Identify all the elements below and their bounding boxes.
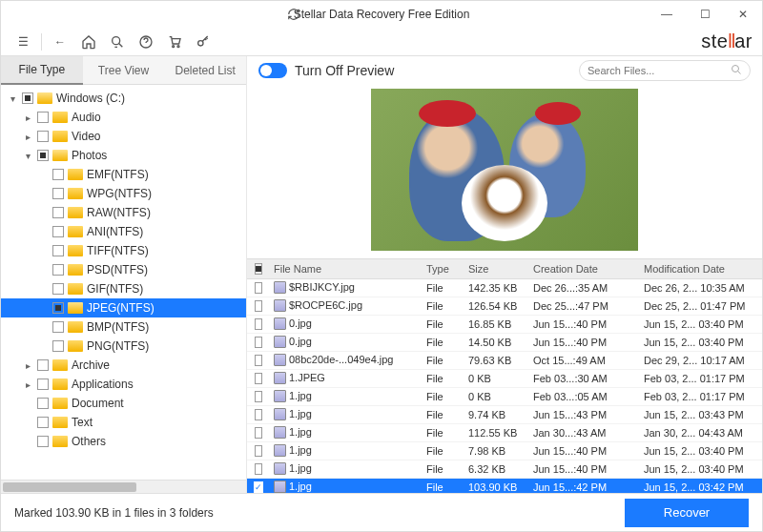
tree-item[interactable]: BMP(NTFS) xyxy=(1,317,246,337)
tree-item[interactable]: PSD(NTFS) xyxy=(1,260,246,279)
expander-icon[interactable]: ▾ xyxy=(7,93,18,104)
table-row[interactable]: 1.jpgFile103.90 KBJun 15...:42 PMJun 15,… xyxy=(247,479,762,493)
tab-deleted-list[interactable]: Deleted List xyxy=(164,56,246,85)
table-row[interactable]: 1.jpgFile0 KBFeb 03...:05 AMFeb 03, 2...… xyxy=(247,388,762,406)
tree-checkbox[interactable] xyxy=(52,264,64,276)
recover-button[interactable]: Recover xyxy=(625,499,749,527)
tree-checkbox[interactable] xyxy=(37,131,49,142)
tree-item[interactable]: ▾Photos xyxy=(1,146,246,165)
col-file-name[interactable]: File Name xyxy=(270,263,423,275)
home-icon[interactable] xyxy=(76,30,101,54)
table-row[interactable]: 08bc20de-...049e4.jpgFile79.63 KBOct 15.… xyxy=(247,352,762,370)
table-row[interactable]: 0.jpgFile14.50 KBJun 15...:40 PMJun 15, … xyxy=(247,334,762,352)
horizontal-scrollbar[interactable] xyxy=(1,480,246,493)
tree-item[interactable]: TIFF(NTFS) xyxy=(1,241,246,260)
tree-item[interactable]: PNG(NTFS) xyxy=(1,337,246,356)
col-modification-date[interactable]: Modification Date xyxy=(640,263,762,275)
row-checkbox[interactable] xyxy=(255,445,262,457)
cell-mdate: Jun 15, 2... 03:40 PM xyxy=(640,445,762,457)
tree-item[interactable]: ▸Archive xyxy=(1,356,246,375)
row-checkbox[interactable] xyxy=(255,373,262,384)
cell-type: File xyxy=(423,427,464,439)
row-checkbox[interactable] xyxy=(255,282,262,294)
table-row[interactable]: 1.jpgFile6.32 KBJun 15...:40 PMJun 15, 2… xyxy=(247,460,762,479)
tree-item[interactable]: Text xyxy=(1,413,246,432)
search-icon[interactable] xyxy=(731,64,742,77)
cart-icon[interactable] xyxy=(162,30,187,54)
tree-checkbox[interactable] xyxy=(52,226,64,237)
menu-icon[interactable]: ☰ xyxy=(10,30,35,54)
preview-toggle[interactable] xyxy=(258,63,287,78)
expander-icon[interactable]: ▸ xyxy=(22,113,33,123)
table-row[interactable]: 1.jpgFile112.55 KBJan 30...:43 AMJan 30,… xyxy=(247,424,762,442)
expander-icon[interactable]: ▸ xyxy=(22,360,33,371)
scan-icon[interactable] xyxy=(105,30,130,54)
tree-checkbox[interactable] xyxy=(52,245,64,256)
tree-item[interactable]: ANI(NTFS) xyxy=(1,222,246,241)
folder-icon xyxy=(52,150,68,161)
tree-checkbox[interactable] xyxy=(37,379,49,390)
help-icon[interactable] xyxy=(134,30,158,54)
tree-checkbox[interactable] xyxy=(52,169,64,180)
table-row[interactable]: 1.jpgFile9.74 KBJun 15...:43 PMJun 15, 2… xyxy=(247,406,762,424)
row-checkbox[interactable] xyxy=(255,337,262,348)
tree-checkbox[interactable] xyxy=(37,436,49,447)
tree-checkbox[interactable] xyxy=(37,112,49,123)
tree-item[interactable]: ▾Windows (C:) xyxy=(1,89,246,108)
expander-icon[interactable]: ▸ xyxy=(22,379,33,390)
file-table-body[interactable]: $RBIJKCY.jpgFile142.35 KBDec 26...:35 AM… xyxy=(247,279,762,493)
tree-checkbox[interactable] xyxy=(52,283,64,295)
search-box[interactable] xyxy=(579,60,751,81)
back-icon[interactable]: ← xyxy=(48,30,72,54)
table-row[interactable]: 1.JPEGFile0 KBFeb 03...:30 AMFeb 03, 2..… xyxy=(247,370,762,388)
row-checkbox[interactable] xyxy=(255,427,262,439)
row-checkbox[interactable] xyxy=(255,355,262,366)
row-checkbox[interactable] xyxy=(255,409,262,420)
tree-checkbox[interactable] xyxy=(37,150,49,161)
select-all-checkbox[interactable] xyxy=(255,263,262,275)
tree-item[interactable]: JPEG(NTFS) xyxy=(1,298,246,317)
col-creation-date[interactable]: Creation Date xyxy=(529,263,640,275)
maximize-button[interactable]: ☐ xyxy=(686,1,724,28)
tree-item[interactable]: GIF(NTFS) xyxy=(1,279,246,298)
row-checkbox[interactable] xyxy=(255,463,262,475)
tree-checkbox[interactable] xyxy=(37,417,49,428)
col-size[interactable]: Size xyxy=(464,263,529,275)
row-checkbox[interactable] xyxy=(255,391,262,402)
folder-tree[interactable]: ▾Windows (C:)▸Audio▸Video▾PhotosEMF(NTFS… xyxy=(1,85,246,480)
row-checkbox[interactable] xyxy=(254,481,263,493)
table-row[interactable]: 1.jpgFile7.98 KBJun 15...:40 PMJun 15, 2… xyxy=(247,442,762,460)
tree-item[interactable]: Others xyxy=(1,432,246,451)
tree-checkbox[interactable] xyxy=(37,359,49,371)
tree-checkbox[interactable] xyxy=(52,188,64,199)
minimize-button[interactable]: — xyxy=(648,1,686,28)
folder-icon xyxy=(37,92,52,104)
col-type[interactable]: Type xyxy=(423,263,464,275)
tree-item[interactable]: ▸Applications xyxy=(1,375,246,394)
tree-checkbox[interactable] xyxy=(37,398,49,409)
search-input[interactable] xyxy=(588,65,731,76)
key-icon[interactable] xyxy=(191,30,216,54)
tree-item[interactable]: WPG(NTFS) xyxy=(1,184,246,203)
tree-checkbox[interactable] xyxy=(52,321,64,333)
tab-tree-view[interactable]: Tree View xyxy=(83,56,165,85)
tree-checkbox[interactable] xyxy=(52,340,64,352)
tree-item[interactable]: Document xyxy=(1,394,246,413)
row-checkbox[interactable] xyxy=(255,300,262,312)
table-row[interactable]: $ROCPE6C.jpgFile126.54 KBDec 25...:47 PM… xyxy=(247,297,762,316)
expander-icon[interactable]: ▾ xyxy=(22,151,33,161)
tab-file-type[interactable]: File Type xyxy=(1,56,83,85)
tree-item[interactable]: ▸Audio xyxy=(1,108,246,127)
tree-checkbox[interactable] xyxy=(52,302,64,314)
tree-item[interactable]: EMF(NTFS) xyxy=(1,165,246,184)
table-row[interactable]: 0.jpgFile16.85 KBJun 15...:40 PMJun 15, … xyxy=(247,316,762,334)
tree-checkbox[interactable] xyxy=(22,92,33,104)
table-row[interactable]: $RBIJKCY.jpgFile142.35 KBDec 26...:35 AM… xyxy=(247,279,762,297)
row-checkbox[interactable] xyxy=(255,318,262,330)
tree-item[interactable]: ▸Video xyxy=(1,127,246,146)
close-button[interactable]: ✕ xyxy=(724,1,762,28)
expander-icon[interactable]: ▸ xyxy=(22,132,33,142)
tree-item[interactable]: RAW(NTFS) xyxy=(1,203,246,222)
tree-checkbox[interactable] xyxy=(52,207,64,218)
brand-logo: stellar xyxy=(701,31,753,52)
